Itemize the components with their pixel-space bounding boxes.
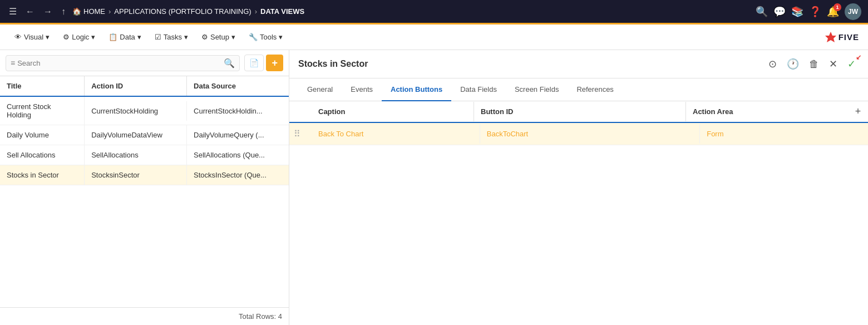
- breadcrumb-current: DATA VIEWS: [260, 7, 304, 16]
- help-icon[interactable]: ❓: [809, 6, 821, 18]
- search-input[interactable]: [17, 59, 224, 67]
- chevron-down-icon: ▾: [279, 33, 283, 41]
- add-button[interactable]: +: [266, 55, 283, 71]
- right-header: Stocks in Sector ⊙ 🕐 🗑 ✕ ✓ ↙: [289, 50, 868, 78]
- breadcrumb-sep-1: ›: [108, 7, 111, 16]
- toolbar-actions: 📄 +: [244, 55, 283, 71]
- breadcrumb-applications[interactable]: APPLICATIONS (PORTFOLIO TRAINING): [114, 7, 251, 16]
- col-caption: Caption: [312, 102, 474, 121]
- search-bar: ≡ 🔍 📄 +: [0, 50, 289, 76]
- breadcrumb: 🏠 HOME › APPLICATIONS (PORTFOLIO TRAININ…: [72, 7, 304, 16]
- table-header: Title Action ID Data Source: [0, 76, 289, 97]
- drag-handle[interactable]: ⠿: [289, 123, 312, 145]
- tab-general[interactable]: General: [298, 78, 342, 101]
- filter-icon: ≡: [11, 58, 15, 67]
- tab-action-buttons[interactable]: Action Buttons: [382, 78, 451, 101]
- row-action-area: Form: [700, 124, 868, 144]
- chat-icon[interactable]: 💬: [773, 6, 786, 18]
- back-button[interactable]: ←: [23, 4, 37, 19]
- col-data-source: Data Source: [187, 76, 289, 96]
- avatar[interactable]: JW: [845, 3, 861, 20]
- chevron-down-icon: ▾: [184, 33, 188, 41]
- row-caption: Back To Chart: [312, 124, 480, 144]
- chevron-down-icon: ▾: [46, 33, 50, 41]
- cell-title: Current Stock Holding: [0, 97, 85, 125]
- up-button[interactable]: ↑: [59, 4, 68, 19]
- eye-icon: 👁: [14, 33, 22, 41]
- tasks-icon: ☑: [155, 33, 161, 41]
- tools-icon: 🔧: [249, 33, 258, 41]
- right-panel: Stocks in Sector ⊙ 🕐 🗑 ✕ ✓ ↙ General Eve…: [289, 50, 868, 325]
- five-logo: FIVE: [824, 31, 859, 44]
- second-nav: 👁 Visual ▾ ⚙ Logic ▾ 📋 Data ▾ ☑ Tasks ▾ …: [0, 24, 868, 50]
- cell-data-source: StocksInSector (Que...: [187, 165, 289, 185]
- search-input-wrap[interactable]: ≡ 🔍: [6, 55, 240, 71]
- tab-data-fields[interactable]: Data Fields: [451, 78, 506, 101]
- library-icon[interactable]: 📚: [791, 6, 803, 18]
- add-row-button[interactable]: +: [848, 101, 868, 122]
- dots-icon: ⠿: [294, 129, 300, 139]
- chevron-down-icon: ▾: [91, 33, 95, 41]
- content-row[interactable]: ⠿ Back To Chart BackToChart Form: [289, 123, 868, 145]
- cell-action-id: CurrentStockHolding: [85, 101, 187, 121]
- table-footer: Total Rows: 4: [0, 307, 289, 325]
- notification-icon[interactable]: 🔔 1: [827, 6, 839, 18]
- tab-references[interactable]: References: [568, 78, 622, 101]
- menu-setup[interactable]: ⚙ Setup ▾: [196, 29, 241, 45]
- chevron-down-icon: ▾: [231, 33, 235, 41]
- table-row-selected[interactable]: Stocks in Sector StocksinSector StocksIn…: [0, 165, 289, 185]
- chevron-down-icon: ▾: [137, 33, 141, 41]
- delete-button[interactable]: 🗑: [806, 56, 822, 72]
- row-button-id: BackToChart: [480, 124, 700, 144]
- notification-badge: 1: [834, 3, 841, 11]
- setup-icon: ⚙: [201, 33, 208, 41]
- forward-button[interactable]: →: [41, 4, 55, 19]
- hamburger-button[interactable]: ☰: [7, 4, 19, 19]
- five-logo-text: FIVE: [839, 32, 859, 42]
- menu-tools[interactable]: 🔧 Tools ▾: [243, 29, 288, 45]
- nav-right: 🔍 💬 📚 ❓ 🔔 1 JW: [756, 3, 861, 20]
- menu-logic[interactable]: ⚙ Logic ▾: [57, 29, 101, 45]
- cell-title: Sell Allocations: [0, 145, 85, 165]
- five-logo-icon: [824, 31, 837, 44]
- cell-data-source: CurrentStockHoldin...: [187, 101, 289, 121]
- cell-title: Stocks in Sector: [0, 165, 85, 185]
- cell-title: Daily Volume: [0, 125, 85, 145]
- top-nav: ☰ ← → ↑ 🏠 HOME › APPLICATIONS (PORTFOLIO…: [0, 0, 868, 24]
- col-button-id: Button ID: [474, 102, 686, 121]
- cell-action-id: DailyVolumeDataView: [85, 125, 187, 145]
- right-title: Stocks in Sector: [298, 59, 368, 69]
- col-title: Title: [0, 76, 85, 96]
- breadcrumb-sep-2: ›: [255, 7, 257, 16]
- breadcrumb-home[interactable]: 🏠 HOME: [72, 7, 105, 16]
- history-button[interactable]: 🕐: [783, 56, 802, 72]
- table-row[interactable]: Daily Volume DailyVolumeDataView DailyVo…: [0, 125, 289, 145]
- checkmark-icon: ✓: [847, 58, 856, 70]
- tabs-bar: General Events Action Buttons Data Field…: [289, 78, 868, 101]
- close-button[interactable]: ✕: [826, 56, 841, 72]
- cell-data-source: DailyVolumeQuery (...: [187, 125, 289, 145]
- search-icon[interactable]: 🔍: [224, 58, 235, 68]
- cell-action-id: StocksinSector: [85, 165, 187, 185]
- menu-tasks[interactable]: ☑ Tasks ▾: [149, 29, 194, 45]
- table-row[interactable]: Current Stock Holding CurrentStockHoldin…: [0, 97, 289, 125]
- table-row[interactable]: Sell Allocations SellAllocations SellAll…: [0, 145, 289, 165]
- save-button[interactable]: ✓ ↙: [844, 56, 859, 72]
- content-table-header: Caption Button ID Action Area +: [289, 101, 868, 123]
- nav-left: ☰ ← → ↑ 🏠 HOME › APPLICATIONS (PORTFOLIO…: [7, 4, 751, 19]
- left-panel: ≡ 🔍 📄 + Title Action ID Data Source Curr…: [0, 50, 289, 325]
- copy-button[interactable]: 📄: [244, 55, 264, 71]
- tab-screen-fields[interactable]: Screen Fields: [506, 78, 568, 101]
- right-toolbar: ⊙ 🕐 🗑 ✕ ✓ ↙: [765, 56, 859, 72]
- table-body: Current Stock Holding CurrentStockHoldin…: [0, 97, 289, 307]
- navigate-button[interactable]: ⊙: [765, 56, 780, 72]
- col-action-id: Action ID: [85, 76, 187, 96]
- menu-visual[interactable]: 👁 Visual ▾: [9, 29, 55, 45]
- red-arrow-icon: ↙: [856, 53, 861, 61]
- logic-icon: ⚙: [63, 33, 70, 41]
- cell-action-id: SellAllocations: [85, 145, 187, 165]
- tab-events[interactable]: Events: [342, 78, 382, 101]
- menu-data[interactable]: 📋 Data ▾: [103, 29, 146, 45]
- search-globe-icon[interactable]: 🔍: [756, 6, 768, 18]
- menu-items: 👁 Visual ▾ ⚙ Logic ▾ 📋 Data ▾ ☑ Tasks ▾ …: [9, 29, 288, 45]
